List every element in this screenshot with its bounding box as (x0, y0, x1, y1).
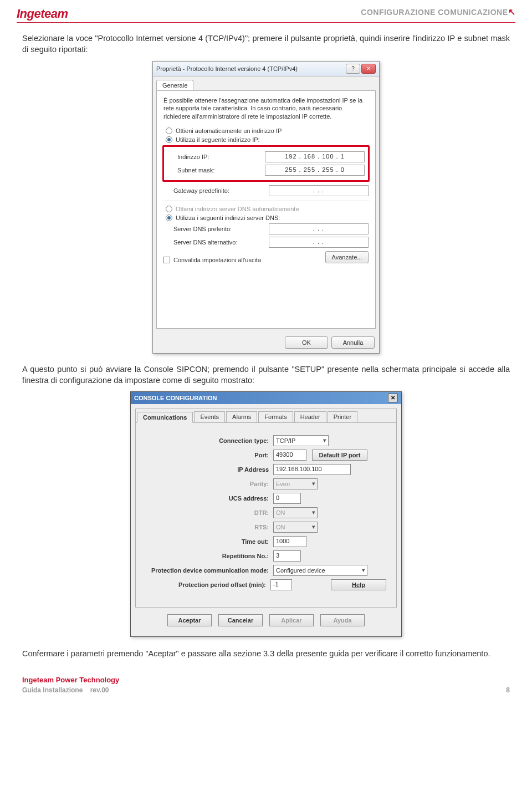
page-header: Ingeteam CONFIGURAZIONE COMUNICAZIONE↖ (0, 0, 532, 22)
radio-manual-ip[interactable]: Utilizza il seguente indirizzo IP: (166, 136, 369, 143)
label-prot-comm-mode: Protection device communication mode: (146, 567, 273, 574)
label-rts: RTS: (146, 524, 273, 530)
cancel-button[interactable]: Cancelar (218, 614, 263, 626)
tab-general[interactable]: Generale (156, 80, 193, 90)
label-repetitions: Repetitions No.: (146, 553, 273, 559)
radio-auto-ip[interactable]: Ottieni automaticamente un indirizzo IP (166, 127, 369, 134)
label-ip-address: IP Address (146, 466, 273, 473)
help-button[interactable]: Help (331, 579, 386, 590)
label-dtr: DTR: (146, 509, 273, 516)
paragraph-2: A questo punto si può avviare la Console… (0, 364, 532, 386)
input-dns1[interactable]: . . . (269, 223, 369, 234)
tab-header[interactable]: Header (294, 411, 326, 422)
tab-alarms[interactable]: Alarms (226, 411, 257, 422)
console-config-dialog: CONSOLE CONFIGURATION ✕ Comunications Ev… (130, 391, 402, 637)
default-ip-port-button[interactable]: Default IP port (312, 450, 367, 461)
input-ucs-address[interactable]: 0 (273, 493, 301, 504)
radio-icon (166, 215, 172, 221)
page-footer: Ingeteam Power Technology Guida Installa… (0, 665, 532, 705)
accept-button[interactable]: Aceptar (167, 614, 212, 626)
divider (17, 22, 515, 23)
label-connection-type: Connection type: (146, 437, 273, 444)
select-connection-type[interactable]: TCP/IP (273, 435, 329, 446)
arrow-icon: ↖ (508, 7, 516, 17)
label-ucs-address: UCS address: (146, 495, 273, 502)
radio-icon (166, 206, 172, 212)
input-ip-address[interactable]: 192.168.100.100 (273, 464, 351, 475)
close-button[interactable]: ✕ (361, 64, 376, 74)
input-ip[interactable]: 192 . 168 . 100 . 1 (265, 151, 365, 162)
label-subnet: Subnet mask: (177, 167, 249, 173)
console-titlebar: CONSOLE CONFIGURATION ✕ (131, 392, 401, 404)
input-subnet[interactable]: 255 . 255 . 255 . 0 (265, 165, 365, 176)
close-button[interactable]: ✕ (388, 394, 398, 402)
cancel-button[interactable]: Annulla (331, 336, 375, 349)
ayuda-button[interactable]: Ayuda (320, 614, 365, 626)
advanced-button[interactable]: Avanzate... (325, 251, 369, 263)
radio-icon (166, 136, 172, 143)
label-gateway: Gateway predefinito: (173, 187, 245, 194)
input-prot-offset[interactable]: -1 (270, 579, 292, 590)
select-prot-comm-mode[interactable]: Configured device (273, 565, 367, 576)
logo: Ingeteam (17, 7, 68, 21)
ipv4-properties-dialog: Proprietà - Protocollo Internet versione… (152, 61, 380, 354)
dialog-titlebar: Proprietà - Protocollo Internet versione… (153, 62, 379, 76)
radio-auto-dns[interactable]: Ottieni indirizzo server DNS automaticam… (166, 206, 369, 212)
radio-icon (166, 127, 172, 134)
label-dns2: Server DNS alternativo: (173, 239, 245, 246)
input-gateway[interactable]: . . . (269, 185, 369, 196)
paragraph-1: Selezionare la voce "Protocollo Internet… (0, 33, 532, 55)
input-port[interactable]: 49300 (273, 450, 306, 461)
select-parity: Even (273, 478, 318, 489)
label-time-out: Time out: (146, 538, 273, 545)
highlighted-ip-fields: Indirizzo IP: 192 . 168 . 100 . 1 Subnet… (162, 145, 370, 182)
ok-button[interactable]: OK (285, 336, 328, 349)
input-repetitions[interactable]: 3 (273, 550, 301, 562)
checkbox-validate[interactable] (163, 257, 170, 263)
help-button[interactable]: ? (346, 64, 360, 74)
dialog-description: È possibile ottenere l'assegnazione auto… (163, 96, 369, 121)
label-dns1: Server DNS preferito: (173, 226, 245, 232)
tab-printer[interactable]: Printer (328, 411, 357, 422)
input-dns2[interactable]: . . . (269, 237, 369, 248)
select-dtr: ON (273, 507, 318, 518)
label-prot-offset: Protection period offset (min): (146, 581, 270, 588)
footer-company: Ingeteam Power Technology (22, 676, 510, 684)
footer-rev: rev.00 (90, 686, 109, 694)
console-title: CONSOLE CONFIGURATION (134, 395, 217, 401)
tab-communications[interactable]: Comunications (137, 412, 193, 423)
label-validate: Convalida impostazioni all'uscita (173, 257, 261, 263)
dialog-title: Proprietà - Protocollo Internet versione… (156, 65, 298, 72)
apply-button[interactable]: Aplicar (269, 614, 314, 626)
select-rts: ON (273, 522, 318, 533)
label-parity: Parity: (146, 481, 273, 487)
tab-formats[interactable]: Formats (258, 411, 293, 422)
footer-doc: Guida Installazione (22, 686, 83, 694)
tab-events[interactable]: Events (194, 411, 225, 422)
paragraph-3: Confermare i parametri premendo "Aceptar… (0, 648, 532, 659)
input-time-out[interactable]: 1000 (273, 536, 306, 547)
label-ip: Indirizzo IP: (177, 154, 249, 160)
label-port: Port: (146, 452, 273, 458)
radio-manual-dns[interactable]: Utilizza i seguenti indirizzi server DNS… (166, 215, 369, 221)
section-title: CONFIGURAZIONE COMUNICAZIONE↖ (361, 7, 515, 17)
page-number: 8 (506, 686, 510, 694)
